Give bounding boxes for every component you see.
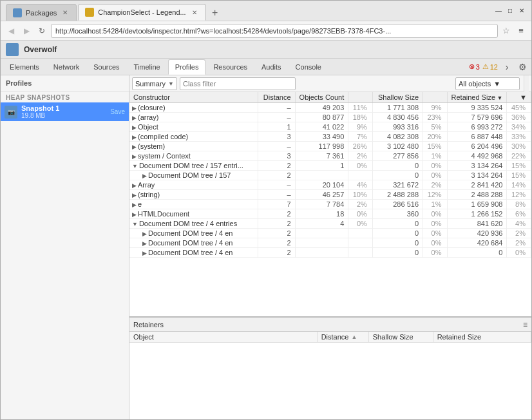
packages-tab-close[interactable]: ✕ <box>61 8 70 17</box>
bookmark-icon[interactable]: ☆ <box>500 25 512 37</box>
cell-obj-pct: 9% <box>348 122 373 132</box>
cell-obj-pct <box>348 229 373 238</box>
cell-constructor: ▶(string) <box>129 190 258 200</box>
heap-table-body: ▶(closure) – 49 203 11% 1 771 308 9% 9 3… <box>129 103 531 258</box>
cell-constructor: ▼Document DOM tree / 4 entries <box>129 219 258 229</box>
table-row[interactable]: ▶(array) – 80 877 18% 4 830 456 23% 7 57… <box>129 113 531 122</box>
table-row[interactable]: ▶Document DOM tree / 4 en 2 0 0% 420 936… <box>129 229 531 238</box>
cell-retained-pct: 33% <box>507 132 531 142</box>
table-row[interactable]: ▶Document DOM tree / 157 2 0 0% 3 134 26… <box>129 171 531 180</box>
retainers-label: Retainers <box>133 321 164 329</box>
minimize-button[interactable]: — <box>494 6 503 15</box>
all-objects-label: All objects <box>459 80 491 88</box>
tabs-bar: Packages ✕ ChampionSelect - Legend... ✕ … <box>6 1 494 21</box>
col-shallow-header[interactable]: Shallow Size <box>372 92 423 103</box>
profiles-area: Profiles HEAP SNAPSHOTS 📷 Snapshot 1 19.… <box>1 75 531 419</box>
menu-icon[interactable]: ≡ <box>515 24 527 37</box>
all-objects-select[interactable]: All objects ▼ <box>455 77 520 90</box>
tab-profiles[interactable]: Profiles <box>168 59 206 75</box>
cell-shallow-pct: 1% <box>423 200 448 209</box>
table-row[interactable]: ▶Array – 20 104 4% 321 672 2% 2 841 420 … <box>129 180 531 190</box>
col-constructor-header[interactable]: Constructor <box>129 92 258 103</box>
cell-distance: 1 <box>258 122 295 132</box>
cell-objects: 117 998 <box>295 142 348 151</box>
cell-retained-pct: 14% <box>507 180 531 190</box>
heap-table-container[interactable]: Constructor Distance Objects Count Shall… <box>129 92 531 316</box>
summary-select[interactable]: Summary ▼ <box>132 77 177 90</box>
table-row[interactable]: ▼Document DOM tree / 4 entries 2 4 0% 0 … <box>129 219 531 229</box>
url-input[interactable] <box>51 24 498 38</box>
retainers-shallow-col-header: Shallow Size <box>369 332 433 342</box>
table-row[interactable]: ▶system / Context 3 7 361 2% 277 856 1% … <box>129 151 531 161</box>
cell-shallow-pct: 2% <box>423 180 448 190</box>
table-row[interactable]: ▶(system) – 117 998 26% 3 102 480 15% 6 … <box>129 142 531 151</box>
retainers-header: Retainers ≡ <box>129 318 531 332</box>
error-count: 3 <box>476 63 480 71</box>
cell-retained-pct: 8% <box>507 200 531 209</box>
tab-audits[interactable]: Audits <box>255 59 288 75</box>
table-row[interactable]: ▶(compiled code) 3 33 490 7% 4 082 308 2… <box>129 132 531 142</box>
heap-section-label: HEAP SNAPSHOTS <box>1 91 129 102</box>
cell-distance: – <box>258 142 295 151</box>
summary-label: Summary <box>135 80 166 88</box>
cell-shallow: 4 082 308 <box>372 132 423 142</box>
tab-resources[interactable]: Resources <box>207 59 254 75</box>
table-row[interactable]: ▶HTMLDocument 2 18 0% 360 0% 1 266 152 6… <box>129 209 531 219</box>
cell-retained: 2 488 288 <box>447 190 507 200</box>
tab-packages[interactable]: Packages ✕ <box>6 4 77 21</box>
table-row[interactable]: ▶(string) – 46 257 10% 2 488 288 12% 2 4… <box>129 190 531 200</box>
table-row[interactable]: ▼Document DOM tree / 157 entri... 2 1 0%… <box>129 161 531 171</box>
table-row[interactable]: ▶(closure) – 49 203 11% 1 771 308 9% 9 3… <box>129 103 531 113</box>
cell-retained-pct: 15% <box>507 161 531 171</box>
cell-shallow-pct: 0% <box>423 238 448 248</box>
snapshot-name: Snapshot 1 <box>21 104 106 112</box>
settings-button[interactable]: ⚙ <box>516 61 529 73</box>
cell-constructor: ▶Document DOM tree / 4 en <box>129 238 258 248</box>
col-objects-header[interactable]: Objects Count <box>295 92 348 103</box>
tab-champion[interactable]: ChampionSelect - Legend... ✕ <box>78 4 205 21</box>
cell-objects: 80 877 <box>295 113 348 122</box>
cell-retained-pct: 15% <box>507 171 531 180</box>
new-tab-button[interactable]: + <box>207 5 223 21</box>
tab-console[interactable]: Console <box>289 59 328 75</box>
devtools-title: Overwolf <box>24 45 57 54</box>
col-distance-header[interactable]: Distance <box>258 92 295 103</box>
snapshot-item[interactable]: 📷 Snapshot 1 19.8 MB Save <box>1 102 129 121</box>
retainers-retained-col-header: Retained Size <box>433 332 531 342</box>
maximize-button[interactable]: □ <box>506 6 515 15</box>
table-row[interactable]: ▶Document DOM tree / 4 en 2 0 0% 420 684… <box>129 238 531 248</box>
cell-shallow: 286 516 <box>372 200 423 209</box>
cell-distance: – <box>258 180 295 190</box>
tab-elements[interactable]: Elements <box>3 59 46 75</box>
error-icon: ⊗ <box>469 62 475 71</box>
retainers-scroll-icon[interactable]: ≡ <box>523 320 527 329</box>
back-button[interactable]: ◀ <box>5 24 17 37</box>
refresh-button[interactable]: ↻ <box>35 24 48 37</box>
cell-obj-pct: 18% <box>348 113 373 122</box>
class-filter-input[interactable] <box>180 77 296 90</box>
snapshot-save-button[interactable]: Save <box>110 108 125 115</box>
close-button[interactable]: ✕ <box>517 6 526 15</box>
cell-retained-pct: 36% <box>507 113 531 122</box>
cell-distance: – <box>258 113 295 122</box>
window-controls: — □ ✕ <box>494 6 526 15</box>
cell-shallow-pct: 12% <box>423 190 448 200</box>
tab-timeline[interactable]: Timeline <box>128 59 167 75</box>
table-row[interactable]: ▶e 7 7 784 2% 286 516 1% 1 659 908 8% <box>129 200 531 209</box>
cell-shallow-pct: 0% <box>423 229 448 238</box>
champion-tab-icon <box>85 8 94 17</box>
tab-sources[interactable]: Sources <box>87 59 126 75</box>
cell-shallow: 360 <box>372 209 423 219</box>
champion-tab-close[interactable]: ✕ <box>190 8 199 17</box>
forward-button[interactable]: ▶ <box>20 24 33 37</box>
cell-constructor: ▶Document DOM tree / 4 en <box>129 229 258 238</box>
cell-distance: 3 <box>258 151 295 161</box>
table-row[interactable]: ▶Object 1 41 022 9% 993 316 5% 6 993 272… <box>129 122 531 132</box>
more-tools-button[interactable]: › <box>500 61 513 73</box>
cell-retained-pct: 34% <box>507 122 531 132</box>
distance-sort-icon[interactable]: ▲ <box>351 334 357 340</box>
col-retained-header[interactable]: Retained Size <box>447 92 507 103</box>
cell-shallow-pct: 0% <box>423 219 448 229</box>
tab-network[interactable]: Network <box>47 59 86 75</box>
table-row[interactable]: ▶Document DOM tree / 4 en 2 0 0% 0 0% <box>129 248 531 258</box>
